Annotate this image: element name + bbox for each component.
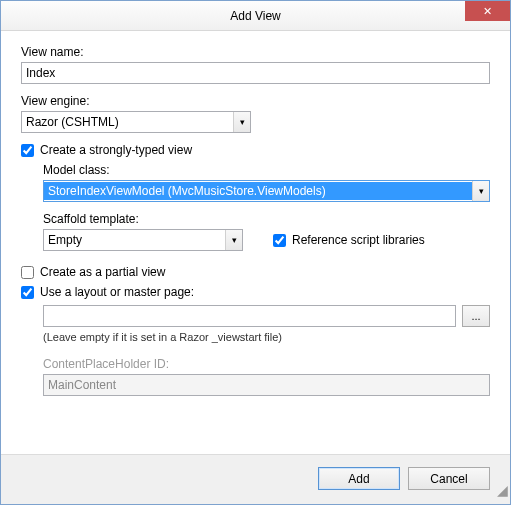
placeholder-label: ContentPlaceHolder ID: (43, 357, 490, 371)
chevron-down-icon: ▾ (225, 230, 242, 250)
use-layout-checkbox[interactable] (21, 286, 34, 299)
view-engine-combo[interactable]: Razor (CSHTML) ▾ (21, 111, 251, 133)
chevron-down-icon: ▾ (233, 112, 250, 132)
view-engine-value: Razor (CSHTML) (22, 113, 233, 131)
partial-view-checkbox[interactable] (21, 266, 34, 279)
model-class-value: StoreIndexViewModel (MvcMusicStore.ViewM… (44, 182, 472, 200)
view-name-input[interactable] (21, 62, 490, 84)
browse-button[interactable]: ... (462, 305, 490, 327)
dialog-footer: Add Cancel ◢ (1, 454, 510, 504)
add-button[interactable]: Add (318, 467, 400, 490)
chevron-down-icon: ▾ (472, 181, 489, 201)
placeholder-input (43, 374, 490, 396)
strongly-typed-checkbox[interactable] (21, 144, 34, 157)
close-button[interactable]: ✕ (465, 1, 510, 21)
view-name-label: View name: (21, 45, 490, 59)
layout-hint: (Leave empty if it is set in a Razor _vi… (43, 331, 490, 343)
scaffold-label: Scaffold template: (43, 212, 490, 226)
resize-grip-icon[interactable]: ◢ (496, 490, 508, 502)
model-class-label: Model class: (43, 163, 490, 177)
reference-script-label: Reference script libraries (292, 233, 425, 247)
titlebar: Add View ✕ (1, 1, 510, 31)
view-engine-label: View engine: (21, 94, 490, 108)
reference-script-checkbox[interactable] (273, 234, 286, 247)
use-layout-label: Use a layout or master page: (40, 285, 194, 299)
strongly-typed-label: Create a strongly-typed view (40, 143, 192, 157)
layout-path-input[interactable] (43, 305, 456, 327)
close-icon: ✕ (483, 5, 492, 18)
scaffold-value: Empty (44, 231, 225, 249)
partial-view-label: Create as a partial view (40, 265, 165, 279)
scaffold-combo[interactable]: Empty ▾ (43, 229, 243, 251)
window-title: Add View (1, 9, 510, 23)
dialog-body: View name: View engine: Razor (CSHTML) ▾… (1, 31, 510, 454)
cancel-button[interactable]: Cancel (408, 467, 490, 490)
model-class-combo[interactable]: StoreIndexViewModel (MvcMusicStore.ViewM… (43, 180, 490, 202)
